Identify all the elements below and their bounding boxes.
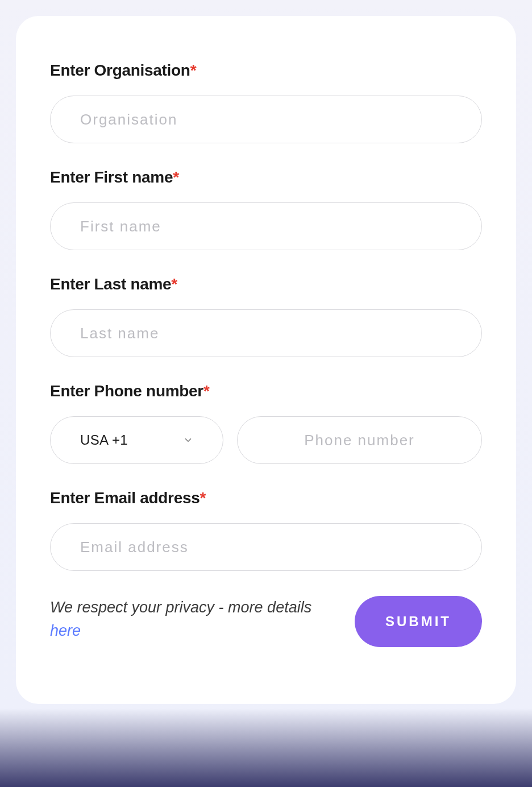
form-group-phone: Enter Phone number* USA +1	[50, 382, 482, 464]
lastname-label-text: Enter Last name	[50, 275, 171, 293]
phone-label: Enter Phone number*	[50, 382, 482, 400]
country-code-select[interactable]: USA +1	[50, 416, 223, 464]
form-card: Enter Organisation* Enter First name* En…	[16, 16, 516, 704]
lastname-label: Enter Last name*	[50, 275, 482, 293]
firstname-input[interactable]	[50, 202, 482, 250]
required-asterisk: *	[171, 275, 177, 293]
form-group-email: Enter Email address*	[50, 489, 482, 571]
required-asterisk: *	[173, 168, 179, 186]
firstname-label: Enter First name*	[50, 168, 482, 187]
organisation-input[interactable]	[50, 96, 482, 143]
privacy-text-span: We respect your privacy - more details	[50, 599, 311, 616]
phone-label-text: Enter Phone number	[50, 382, 203, 400]
chevron-down-icon	[183, 435, 193, 445]
lastname-input[interactable]	[50, 309, 482, 357]
email-label-text: Enter Email address	[50, 489, 200, 507]
required-asterisk: *	[200, 489, 206, 507]
email-label: Enter Email address*	[50, 489, 482, 507]
email-input[interactable]	[50, 523, 482, 571]
country-code-value: USA +1	[80, 432, 128, 448]
required-asterisk: *	[190, 61, 197, 79]
phone-row: USA +1	[50, 416, 482, 464]
phone-input[interactable]	[237, 416, 482, 464]
form-group-firstname: Enter First name*	[50, 168, 482, 250]
required-asterisk: *	[203, 382, 210, 400]
submit-button[interactable]: SUBMIT	[355, 596, 482, 647]
form-group-lastname: Enter Last name*	[50, 275, 482, 357]
privacy-text: We respect your privacy - more details h…	[50, 596, 338, 642]
form-footer: We respect your privacy - more details h…	[50, 596, 482, 647]
privacy-link[interactable]: here	[50, 622, 81, 639]
form-group-organisation: Enter Organisation*	[50, 61, 482, 143]
organisation-label: Enter Organisation*	[50, 61, 482, 80]
firstname-label-text: Enter First name	[50, 168, 173, 186]
organisation-label-text: Enter Organisation	[50, 61, 190, 79]
